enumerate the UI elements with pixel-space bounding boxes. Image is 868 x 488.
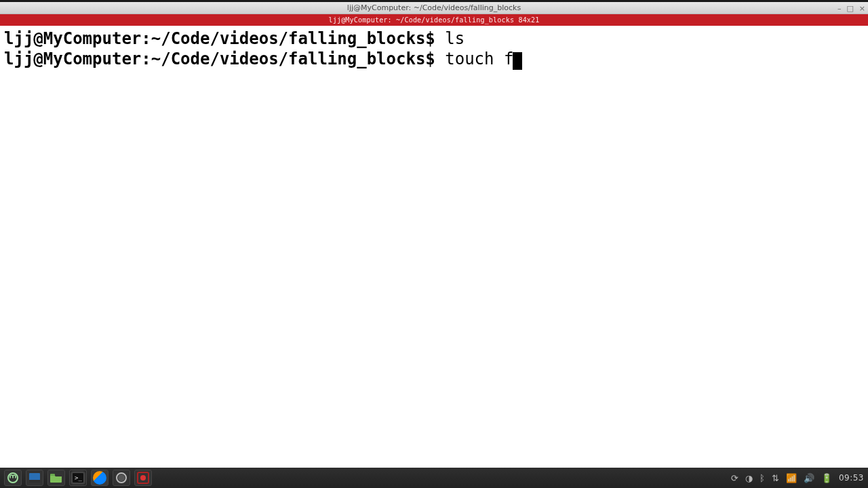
firefox-button[interactable]: [91, 470, 108, 486]
terminal-line: ljj@MyComputer:~/Code/videos/falling_blo…: [4, 28, 864, 49]
record-icon: [137, 472, 149, 484]
terminal-tabbar[interactable]: ljj@MyComputer: ~/Code/videos/falling_bl…: [0, 14, 868, 26]
command-text: ls: [445, 29, 465, 48]
taskbar-left: >_: [4, 470, 152, 486]
bluetooth-icon[interactable]: ᛒ: [760, 473, 765, 483]
obs-button[interactable]: [113, 470, 130, 486]
terminal[interactable]: ljj@MyComputer:~/Code/videos/falling_blo…: [0, 26, 868, 468]
updates-icon[interactable]: ⟳: [731, 473, 738, 483]
maximize-button[interactable]: □: [846, 4, 853, 13]
volume-icon[interactable]: 🔊: [804, 473, 814, 483]
prompt-user: ljj@MyComputer: [4, 49, 141, 68]
taskbar[interactable]: >_ ⟳ ◑ ᛒ ⇅ 📶 🔊 🔋 09:53: [0, 468, 868, 488]
svg-rect-3: [50, 474, 55, 476]
battery-icon[interactable]: 🔋: [821, 473, 832, 483]
prompt-path: ~/Code/videos/falling_blocks: [151, 29, 426, 48]
wifi-icon[interactable]: 📶: [786, 473, 797, 483]
obs-tray-icon[interactable]: ◑: [745, 473, 753, 483]
window-titlebar[interactable]: ljj@MyComputer: ~/Code/videos/falling_bl…: [0, 2, 868, 14]
command-text: touch f: [445, 49, 513, 68]
svg-text:>_: >_: [75, 474, 82, 481]
prompt-user: ljj@MyComputer: [4, 29, 141, 48]
desktop: ljj@MyComputer: ~/Code/videos/falling_bl…: [0, 0, 868, 488]
taskbar-right: ⟳ ◑ ᛒ ⇅ 📶 🔊 🔋 09:53: [731, 473, 864, 483]
terminal-icon: >_: [73, 473, 83, 483]
prompt-sep: :: [141, 49, 151, 68]
desktop-icon: [29, 473, 40, 483]
menu-button[interactable]: [4, 470, 22, 486]
prompt-dollar: $: [425, 49, 445, 68]
clock[interactable]: 09:53: [839, 473, 864, 483]
terminal-tab-label: ljj@MyComputer: ~/Code/videos/falling_bl…: [328, 16, 539, 24]
mint-menu-icon: [7, 472, 18, 483]
screen-recorder-button[interactable]: [134, 470, 152, 486]
close-button[interactable]: ×: [859, 4, 865, 13]
terminal-line: ljj@MyComputer:~/Code/videos/falling_blo…: [4, 49, 864, 69]
prompt-path: ~/Code/videos/falling_blocks: [151, 49, 426, 68]
svg-rect-2: [29, 480, 40, 483]
folder-icon: [50, 473, 62, 483]
minimize-button[interactable]: –: [837, 4, 842, 13]
prompt-sep: :: [141, 29, 151, 48]
window-controls: – □ ×: [837, 2, 865, 14]
file-manager-button[interactable]: [47, 470, 65, 486]
network-icon[interactable]: ⇅: [772, 473, 779, 483]
cursor: [513, 52, 522, 70]
firefox-icon: [93, 471, 106, 485]
obs-icon: [116, 472, 127, 483]
prompt-dollar: $: [425, 29, 445, 48]
window-title: ljj@MyComputer: ~/Code/videos/falling_bl…: [347, 3, 521, 12]
terminal-taskbar-button[interactable]: >_: [69, 470, 87, 486]
show-desktop-button[interactable]: [26, 470, 43, 486]
